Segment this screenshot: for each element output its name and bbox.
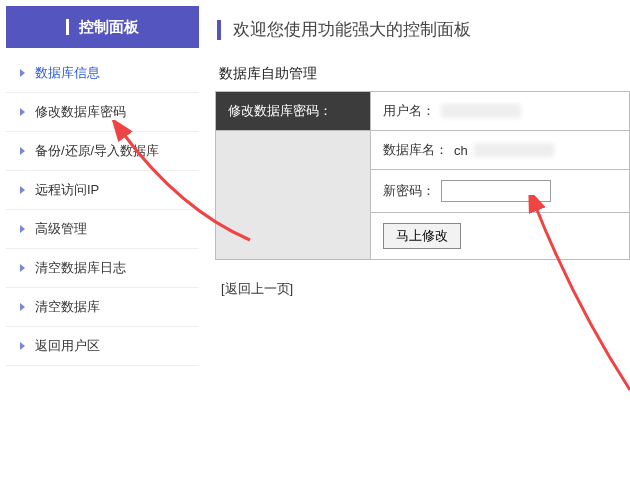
dbname-value: ch [454,143,468,158]
bullet-icon [20,108,25,116]
newpwd-cell: 新密码： [371,170,630,213]
newpwd-label: 新密码： [383,182,435,200]
title-bar-icon [217,20,221,40]
bullet-icon [20,225,25,233]
main-content: 欢迎您使用功能强大的控制面板 数据库自助管理 修改数据库密码： 用户名： 数据库… [205,0,630,500]
bullet-icon [20,147,25,155]
back-link[interactable]: [返回上一页] [221,280,293,298]
form-header-cell: 修改数据库密码： [216,92,371,131]
page-title: 欢迎您使用功能强大的控制面板 [233,18,471,41]
sidebar-header: 控制面板 [6,6,199,48]
form-side-cell [216,131,371,260]
sidebar-item-label: 备份/还原/导入数据库 [35,142,159,160]
sidebar-item-advanced[interactable]: 高级管理 [6,210,199,249]
sidebar-item-label: 数据库信息 [35,64,100,82]
sidebar: 控制面板 数据库信息 修改数据库密码 备份/还原/导入数据库 远程访问IP 高级… [0,0,205,500]
main-title-wrap: 欢迎您使用功能强大的控制面板 [215,0,630,59]
username-label: 用户名： [383,102,435,120]
sidebar-item-return[interactable]: 返回用户区 [6,327,199,366]
sidebar-menu: 数据库信息 修改数据库密码 备份/还原/导入数据库 远程访问IP 高级管理 清空… [6,54,199,366]
submit-button[interactable]: 马上修改 [383,223,461,249]
sidebar-item-label: 清空数据库 [35,298,100,316]
sidebar-item-label: 高级管理 [35,220,87,238]
newpwd-input[interactable] [441,180,551,202]
bullet-icon [20,186,25,194]
bullet-icon [20,342,25,350]
username-value [441,104,521,118]
sidebar-item-remote-ip[interactable]: 远程访问IP [6,171,199,210]
section-title: 数据库自助管理 [219,65,630,83]
sidebar-item-label: 修改数据库密码 [35,103,126,121]
sidebar-item-backup[interactable]: 备份/还原/导入数据库 [6,132,199,171]
sidebar-item-label: 返回用户区 [35,337,100,355]
submit-cell: 马上修改 [371,213,630,260]
sidebar-item-label: 清空数据库日志 [35,259,126,277]
dbname-cell: 数据库名： ch [371,131,630,170]
bullet-icon [20,264,25,272]
bullet-icon [20,69,25,77]
form-table: 修改数据库密码： 用户名： 数据库名： ch [215,91,630,260]
dbname-blur [474,143,554,157]
header-bar-icon [66,19,69,35]
dbname-label: 数据库名： [383,141,448,159]
sidebar-title: 控制面板 [79,18,139,37]
username-cell: 用户名： [371,92,630,131]
sidebar-item-clear-logs[interactable]: 清空数据库日志 [6,249,199,288]
sidebar-item-clear-db[interactable]: 清空数据库 [6,288,199,327]
bullet-icon [20,303,25,311]
sidebar-item-label: 远程访问IP [35,181,99,199]
sidebar-item-db-info[interactable]: 数据库信息 [6,54,199,93]
sidebar-item-change-password[interactable]: 修改数据库密码 [6,93,199,132]
